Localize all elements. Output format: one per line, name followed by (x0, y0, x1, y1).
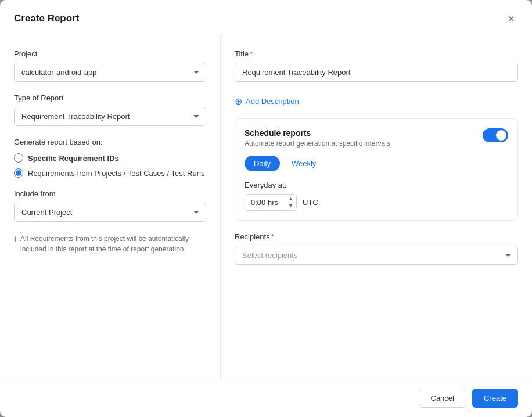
recipients-field-group: Recipients* Select recipients (235, 232, 518, 265)
schedule-title: Schedule reports (245, 128, 390, 138)
radio-requirements[interactable]: Requirements from Projects / Test Cases … (14, 168, 206, 178)
generate-field-group: Generate report based on: Specific Requi… (14, 138, 206, 178)
dialog-header: Create Report × (0, 0, 532, 35)
recipients-required: * (271, 232, 274, 241)
info-icon: ℹ (14, 234, 17, 246)
everyday-label: Everyday at: (245, 181, 508, 189)
specific-radio[interactable] (14, 153, 23, 163)
title-input[interactable] (235, 63, 518, 82)
right-panel: Title* ⊕ Add Description Schedule report… (221, 35, 532, 379)
recipients-select[interactable]: Select recipients (235, 246, 518, 265)
schedule-card: Schedule reports Automate report generat… (235, 118, 518, 221)
add-description-label: Add Description (246, 97, 299, 106)
info-text-content: All Requirements from this project will … (20, 233, 206, 254)
include-from-select[interactable]: Current Project (14, 203, 206, 222)
schedule-description: Automate report generation at specific i… (245, 139, 390, 148)
cancel-button[interactable]: Cancel (419, 389, 466, 408)
report-type-select[interactable]: Requirement Traceability Report (14, 107, 206, 126)
close-button[interactable]: × (504, 12, 518, 26)
schedule-toggle[interactable] (483, 128, 508, 142)
requirements-radio-label: Requirements from Projects / Test Cases … (28, 169, 204, 178)
info-text: ℹ All Requirements from this project wil… (14, 233, 206, 254)
tab-daily[interactable]: Daily (245, 156, 280, 171)
time-input-wrap: ▲ ▼ (245, 194, 297, 211)
report-type-field-group: Type of Report Requirement Traceability … (14, 94, 206, 126)
include-from-label: Include from (14, 189, 206, 198)
project-field-group: Project calculator-android-app (14, 49, 206, 82)
schedule-info: Schedule reports Automate report generat… (245, 128, 390, 148)
include-from-field-group: Include from Current Project (14, 189, 206, 222)
timezone-label: UTC (303, 198, 318, 207)
add-description-button[interactable]: ⊕ Add Description (235, 94, 299, 109)
project-select[interactable]: calculator-android-app (14, 63, 206, 82)
project-label: Project (14, 49, 206, 58)
time-spinners: ▲ ▼ (287, 196, 294, 209)
plus-icon: ⊕ (235, 96, 242, 107)
tab-weekly[interactable]: Weekly (282, 156, 325, 171)
create-button[interactable]: Create (472, 389, 518, 408)
dialog-footer: Cancel Create (0, 379, 532, 417)
dialog-title: Create Report (14, 13, 79, 24)
left-panel: Project calculator-android-app Type of R… (0, 35, 221, 379)
title-required: * (250, 49, 253, 58)
generate-label: Generate report based on: (14, 138, 206, 146)
recipients-label: Recipients* (235, 232, 518, 241)
time-down-spinner[interactable]: ▼ (287, 203, 294, 209)
title-field-group: Title* (235, 49, 518, 82)
dialog-body: Project calculator-android-app Type of R… (0, 35, 532, 379)
specific-radio-label: Specific Requirement IDs (28, 154, 119, 163)
requirements-radio[interactable] (14, 168, 23, 178)
title-label: Title* (235, 49, 518, 58)
toggle-slider (483, 128, 508, 142)
create-report-dialog: Create Report × Project calculator-andro… (0, 0, 532, 417)
time-row: ▲ ▼ UTC (245, 194, 508, 211)
schedule-tab-group: Daily Weekly (245, 156, 508, 171)
radio-group: Specific Requirement IDs Requirements fr… (14, 153, 206, 178)
schedule-header: Schedule reports Automate report generat… (245, 128, 508, 148)
report-type-label: Type of Report (14, 94, 206, 102)
radio-specific[interactable]: Specific Requirement IDs (14, 153, 206, 163)
time-up-spinner[interactable]: ▲ (287, 196, 294, 202)
